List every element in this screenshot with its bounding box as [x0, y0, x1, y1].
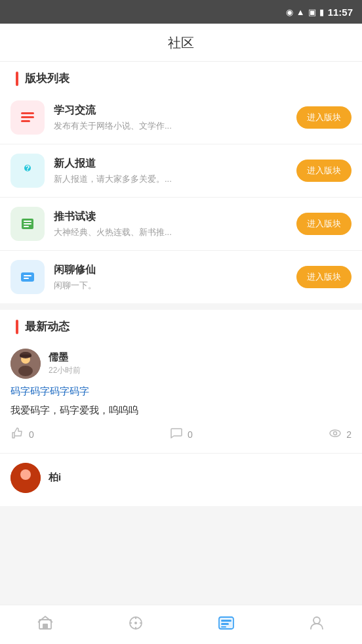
- forum-desc-newbie: 新人报道，请大家多多关爱。...: [54, 173, 287, 185]
- home-icon: [37, 614, 54, 635]
- feed-section-header: 最新动态: [0, 310, 362, 339]
- view-icon: [328, 426, 342, 444]
- svg-rect-16: [20, 354, 31, 357]
- wifi-icon: ▲: [296, 7, 305, 17]
- forum-info-chat: 闲聊修仙 闲聊一下。: [54, 263, 287, 291]
- svg-point-17: [330, 430, 340, 437]
- enter-btn-book[interactable]: 进入版块: [296, 213, 352, 235]
- forum-icon-newbie: ?: [10, 154, 45, 188]
- svg-rect-11: [24, 278, 29, 279]
- svg-rect-23: [43, 624, 48, 629]
- svg-point-14: [18, 366, 33, 376]
- post1-link[interactable]: 码字码字码字码字: [10, 385, 352, 398]
- forum-desc-book: 大神经典、火热连载、新书推...: [54, 226, 287, 238]
- section-red-bar: [16, 72, 18, 86]
- svg-rect-0: [21, 112, 34, 114]
- forum-icon-book: [10, 207, 45, 241]
- post1-actions: 0 0 2: [10, 426, 352, 444]
- enter-btn-newbie[interactable]: 进入版块: [296, 160, 352, 182]
- forum-info-newbie: 新人报道 新人报道，请大家多多关爱。...: [54, 157, 287, 185]
- nav-item-discover[interactable]: [90, 605, 181, 644]
- forum-section-header: 版块列表: [0, 62, 362, 91]
- feed-section-title: 最新动态: [25, 319, 70, 334]
- svg-rect-1: [21, 116, 34, 118]
- forum-item-chat: 闲聊修仙 闲聊一下。 进入版块: [0, 251, 362, 303]
- svg-rect-32: [221, 623, 229, 625]
- page-header: 社区: [0, 24, 362, 62]
- forum-name-study: 学习交流: [54, 104, 287, 118]
- feed-section-red-bar: [16, 320, 18, 334]
- feed-section: 最新动态 儒墨 22小时前 码字码字码字码字 我爱码字，码字爱我，: [0, 310, 362, 506]
- time-display: 11:57: [328, 7, 353, 18]
- svg-rect-2: [21, 120, 30, 122]
- post1-likes[interactable]: 0: [10, 426, 34, 444]
- post1-user-meta: 儒墨 22小时前: [49, 351, 81, 376]
- forum-icon-study: [10, 100, 45, 135]
- svg-point-35: [313, 617, 320, 624]
- forum-desc-chat: 闲聊一下。: [54, 280, 287, 291]
- post1-like-count: 0: [29, 429, 34, 440]
- feed-post-2: 柏i: [0, 454, 362, 506]
- forum-section: 版块列表 学习交流 发布有关于网络小说、文学作... 进入版块 ? 新人报道 新…: [0, 62, 362, 303]
- post1-header: 儒墨 22小时前: [10, 349, 352, 379]
- svg-point-18: [334, 431, 337, 435]
- location-icon: ◉: [286, 7, 293, 17]
- status-icons: ◉ ▲ ▣ ▮: [286, 7, 324, 17]
- svg-point-25: [134, 622, 137, 624]
- post2-user-meta: 柏i: [49, 471, 61, 484]
- forum-name-chat: 闲聊修仙: [54, 263, 287, 277]
- feed-post-1: 儒墨 22小时前 码字码字码字码字 我爱码字，码字爱我，呜呜呜 0: [0, 339, 362, 454]
- svg-rect-8: [24, 226, 29, 227]
- forum-desc-study: 发布有关于网络小说、文学作...: [54, 120, 287, 132]
- post1-content: 我爱码字，码字爱我，呜呜呜: [10, 403, 352, 418]
- post2-avatar: [10, 463, 41, 493]
- post1-views: 2: [328, 426, 352, 444]
- signal-icon: ▣: [308, 7, 316, 17]
- comment-icon: [169, 426, 184, 444]
- post1-comment-count: 0: [188, 429, 193, 440]
- community-icon: [218, 614, 235, 635]
- post1-avatar: [10, 349, 41, 379]
- nav-item-community[interactable]: [181, 605, 272, 644]
- post1-time: 22小时前: [49, 365, 81, 376]
- profile-icon: [308, 614, 325, 635]
- forum-item-book: 推书试读 大神经典、火热连载、新书推... 进入版块: [0, 198, 362, 251]
- svg-rect-6: [24, 221, 31, 222]
- enter-btn-chat[interactable]: 进入版块: [296, 266, 352, 288]
- bottom-navigation: [0, 605, 362, 644]
- post1-username: 儒墨: [49, 351, 81, 364]
- post2-username: 柏i: [49, 471, 61, 484]
- svg-text:?: ?: [26, 164, 30, 172]
- svg-rect-9: [21, 272, 34, 282]
- forum-item-newbie: ? 新人报道 新人报道，请大家多多关爱。... 进入版块: [0, 144, 362, 198]
- discover-icon: [127, 614, 144, 635]
- post2-header: 柏i: [10, 463, 352, 493]
- status-bar: ◉ ▲ ▣ ▮ 11:57: [0, 0, 362, 24]
- forum-section-title: 版块列表: [25, 71, 70, 86]
- forum-name-book: 推书试读: [54, 210, 287, 224]
- like-icon: [10, 426, 25, 444]
- svg-rect-7: [24, 223, 31, 225]
- forum-icon-chat: [10, 260, 45, 294]
- svg-point-21: [18, 481, 33, 492]
- svg-rect-33: [221, 626, 226, 628]
- svg-rect-31: [221, 620, 231, 622]
- nav-item-home[interactable]: [0, 605, 90, 644]
- svg-rect-10: [24, 275, 31, 276]
- battery-icon: ▮: [319, 7, 324, 17]
- forum-info-study: 学习交流 发布有关于网络小说、文学作...: [54, 104, 287, 132]
- forum-name-newbie: 新人报道: [54, 157, 287, 171]
- forum-item-study: 学习交流 发布有关于网络小说、文学作... 进入版块: [0, 91, 362, 144]
- nav-item-profile[interactable]: [272, 605, 362, 644]
- enter-btn-study[interactable]: 进入版块: [296, 106, 352, 129]
- svg-point-20: [20, 469, 31, 480]
- page-title: 社区: [168, 35, 194, 50]
- forum-info-book: 推书试读 大神经典、火热连载、新书推...: [54, 210, 287, 238]
- post1-view-count: 2: [346, 429, 352, 440]
- post1-comments[interactable]: 0: [169, 426, 193, 444]
